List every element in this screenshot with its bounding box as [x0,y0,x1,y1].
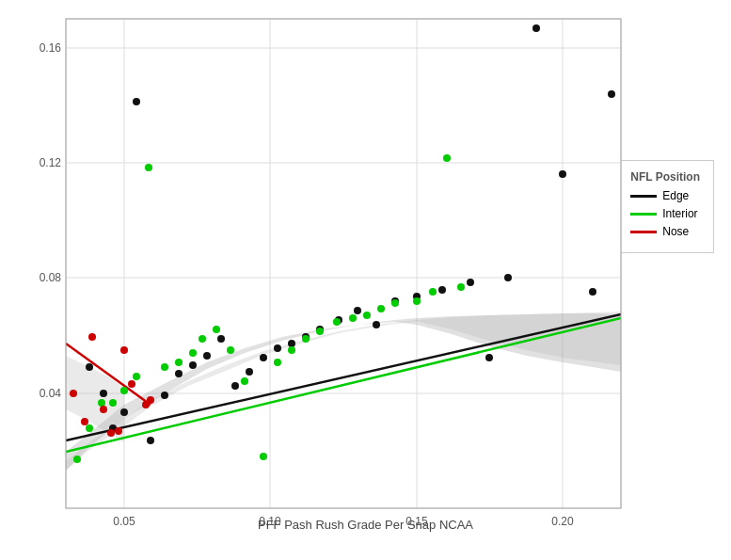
interior-point [109,399,117,407]
edge-point [274,344,281,352]
x-tick-1: 0.05 [113,515,135,528]
edge-point [559,170,566,178]
interior-point [161,363,168,371]
nose-point [115,427,122,435]
edge-point [485,354,493,361]
nose-point [147,396,154,404]
y-tick-2: 0.08 [40,271,62,284]
nose-point [88,333,96,341]
edge-point [246,368,253,376]
edge-point [438,286,446,294]
nose-point [107,429,115,437]
nose-point [70,390,77,397]
interior-point [86,424,93,432]
interior-point [333,318,341,326]
nose-point [128,380,135,388]
edge-point [532,24,540,32]
edge-point [354,307,361,314]
interior-point [349,314,357,322]
interior-point [288,346,295,354]
edge-point [175,370,183,377]
edge-point [203,352,211,360]
edge-point [189,361,197,369]
interior-point [199,335,206,343]
chart-svg: 0.05 0.10 0.15 0.20 0.04 0.08 0.12 0.16 [0,0,731,560]
x-tick-4: 0.20 [551,515,574,528]
edge-point [217,335,225,343]
nose-point [100,406,107,413]
interior-point [443,154,451,162]
interior-point [429,288,437,296]
interior-point [213,326,220,333]
interior-point [241,377,248,385]
y-tick-4: 0.16 [40,41,62,55]
interior-point [316,328,324,335]
x-tick-2: 0.10 [259,515,281,528]
edge-point [467,279,474,286]
y-tick-3: 0.12 [40,156,62,169]
edge-point [133,98,140,105]
edge-point [260,354,267,361]
y-tick-1: 0.04 [40,387,62,400]
interior-point [175,359,183,366]
edge-point [231,382,239,390]
interior-point [413,297,421,305]
interior-point [363,312,371,319]
edge-point [86,363,93,371]
interior-point [260,453,267,460]
nose-point [81,418,88,425]
edge-point [373,321,380,328]
edge-point [161,392,168,399]
interior-point [377,305,385,312]
interior-point [120,387,128,394]
edge-point [608,90,615,98]
interior-point [145,164,152,171]
plot-background [66,19,621,508]
interior-point [391,299,399,307]
chart-container: PFF Pass Rush Grade Per Snap NFL PFF Pas… [0,0,731,560]
edge-point [504,274,512,281]
interior-point [274,359,281,366]
nose-point [120,346,128,354]
edge-point [288,340,295,347]
interior-point [189,349,197,357]
interior-point [302,335,310,343]
interior-point [457,283,465,291]
interior-point [73,456,81,463]
edge-point [147,437,154,444]
x-tick-3: 0.15 [405,515,428,528]
edge-point [100,390,107,397]
interior-point [227,346,234,354]
interior-point [98,399,105,407]
interior-point [133,373,140,380]
edge-point [589,288,596,296]
edge-point [120,408,128,416]
